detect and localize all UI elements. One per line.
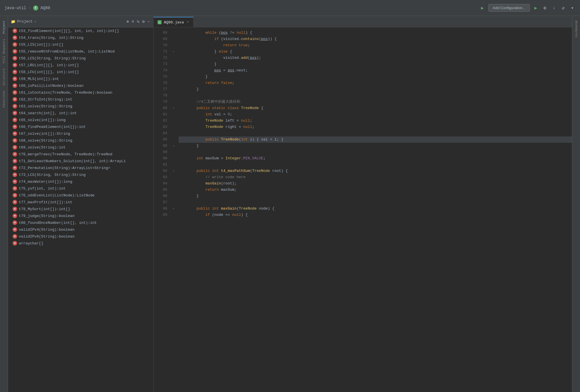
tree-item[interactable]: mt53_findElement(int[][], int, int, int)… <box>8 27 153 34</box>
line-number[interactable]: 96 <box>154 193 171 199</box>
gear-icon[interactable]: ⚙ <box>142 19 145 25</box>
line-number[interactable]: 73 <box>154 61 171 67</box>
tree-item[interactable]: mt55_LIS(int[]):int[] <box>8 41 153 48</box>
sidebar-item-structure[interactable]: Structure <box>1 66 7 88</box>
tree-item[interactable]: mt58_LFU(int[][], int):int[] <box>8 69 153 75</box>
tree-item[interactable]: mt61_isContains(TreeNode, TreeNode):bool… <box>8 89 153 96</box>
tree-item[interactable]: mt70_mergeTrees(TreeNode, TreeNode):Tree… <box>8 151 153 158</box>
debug-button[interactable]: ⚙ <box>542 5 548 11</box>
tree-item-label: t54_trans(String, int):String <box>19 36 83 40</box>
line-number[interactable]: 85 <box>154 136 171 143</box>
line-number[interactable]: 78 <box>154 93 171 99</box>
breadcrumb-file[interactable]: AQ80 <box>41 6 50 10</box>
tree-item[interactable]: mt78_MySort(int[]):int[] <box>8 206 153 212</box>
line-number[interactable]: 70 <box>154 42 171 49</box>
tree-item[interactable]: mt56_LCS(String, String):String <box>8 55 153 62</box>
tree-item[interactable]: mt63_solve(String):String <box>8 103 153 110</box>
tree-item[interactable]: mt74_maxWater(int[]):long <box>8 178 153 185</box>
line-number[interactable]: 68 <box>154 30 171 36</box>
line-number[interactable]: 76 <box>154 80 171 86</box>
right-sidebar-label[interactable]: Bookmarks <box>573 18 579 40</box>
code-line: pos = pos.next; <box>179 67 572 74</box>
gutter-marker <box>171 74 176 80</box>
tree-item[interactable]: marraychar[] <box>8 240 153 247</box>
tree-item-label: t68_solve(String):String <box>19 138 72 143</box>
tree-item[interactable]: mt59_MLS(int[]):int <box>8 75 153 82</box>
rerun-button[interactable]: ↺ <box>560 5 566 11</box>
line-number[interactable]: 95 <box>154 187 171 193</box>
line-number[interactable]: 84 <box>154 130 171 136</box>
code-lines[interactable]: while (pos != null) { if (visited.contai… <box>176 27 572 392</box>
tree-item-label: t69_solve(String):int <box>19 145 66 150</box>
line-number[interactable]: 77 <box>154 86 171 93</box>
minimize-icon[interactable]: − <box>147 19 150 25</box>
tree-item[interactable]: mvalidIPv4(String):boolean <box>8 226 153 233</box>
gutter-marker <box>171 111 176 118</box>
code-line: //4二叉树中的最大路径和 <box>179 99 572 105</box>
line-number[interactable]: 80 <box>154 105 171 111</box>
line-number[interactable]: 72 <box>154 55 171 61</box>
line-number[interactable]: 83 <box>154 124 171 130</box>
line-number[interactable]: 94 <box>154 180 171 187</box>
tree-item[interactable]: mt60_isPail(ListNodex):boolean <box>8 82 153 89</box>
line-number[interactable]: 71 <box>154 49 171 55</box>
line-number[interactable]: 89 <box>154 149 171 155</box>
line-number[interactable]: 93 <box>154 174 171 180</box>
tree-item[interactable]: mt69_solve(String):int <box>8 144 153 151</box>
tree-item[interactable]: mt71_GetLeastNumbers_Solution(int[], int… <box>8 158 153 164</box>
panel-actions: ⊕ ≡ ≒ ⚙ − <box>126 19 150 25</box>
tree-item[interactable]: mt68_solve(String):String <box>8 137 153 144</box>
line-number[interactable]: 75 <box>154 74 171 80</box>
tree-item[interactable]: mt65_solve(int[]):long <box>8 116 153 123</box>
sidebar-item-project[interactable]: Project <box>1 18 7 36</box>
tree-item[interactable]: mt77_maxProfit(int[]):int <box>8 199 153 206</box>
tree-item[interactable]: mt76_oddEvenList(ListNode):ListNode <box>8 192 153 199</box>
method-icon: m <box>13 118 17 122</box>
tree-item[interactable]: mt75_ysf(int, int):int <box>8 185 153 192</box>
settings-icon[interactable]: ≒ <box>136 19 140 25</box>
line-number[interactable]: 79 <box>154 99 171 105</box>
line-number[interactable]: 99 <box>154 212 171 218</box>
line-number[interactable]: 81 <box>154 111 171 118</box>
tree-item[interactable]: mt73_LCS(String, String):String <box>8 171 153 178</box>
tree-item[interactable]: mt54_trans(String, int):String <box>8 34 153 41</box>
tree-item-label: t70_mergeTrees(TreeNode, TreeNode):TreeN… <box>19 152 112 156</box>
tree-item-label: t62_StrToInt(String):int <box>19 97 72 102</box>
tree-item[interactable]: mt67_solve(int[]):String <box>8 130 153 137</box>
tree-item[interactable]: mt66_findPeakElement(int[]):int <box>8 123 153 130</box>
add-item-icon[interactable]: ⊕ <box>126 19 129 25</box>
tree-item-label: t63_solve(String):String <box>19 104 72 108</box>
line-number[interactable]: 97 <box>154 199 171 206</box>
line-number[interactable]: 90 <box>154 155 171 162</box>
sidebar-item-pull-requests[interactable]: Pull Requests <box>1 37 7 66</box>
coverage-button[interactable]: ↓ <box>551 5 557 11</box>
code-line: return maxSum; <box>179 187 572 193</box>
run-button[interactable]: ▶ <box>533 5 539 11</box>
tree-item[interactable]: mt55_removeNthFromEnd(ListNode, int):Lis… <box>8 48 153 55</box>
tree-item-label: t65_solve(int[]):long <box>19 118 66 122</box>
tree-item[interactable]: mt57_LRU(int[][], int):int[] <box>8 62 153 69</box>
add-config-button[interactable]: Add Configuration... <box>488 4 530 12</box>
tree-item[interactable]: mt64_search(int[], int):int <box>8 110 153 116</box>
collapse-icon[interactable]: ≡ <box>131 19 134 25</box>
panel-dropdown-icon[interactable]: ▾ <box>35 20 36 23</box>
tree-item[interactable]: mt80_foundOnceNumber(int[], int):int <box>8 219 153 226</box>
line-number[interactable]: 92 <box>154 168 171 174</box>
tab-close-button[interactable]: × <box>186 20 189 24</box>
line-number[interactable]: 88 <box>154 143 171 149</box>
tab-aq80[interactable]: C AQ80.java × <box>154 17 194 27</box>
line-number[interactable]: 69 <box>154 36 171 42</box>
line-number[interactable]: 91 <box>154 162 171 168</box>
code-line: int maxSum = Integer.MIN_VALUE; <box>179 155 572 162</box>
tree-item[interactable]: mvalidIPv6(String):boolean <box>8 233 153 240</box>
sidebar-item-favorites[interactable]: Favorites <box>1 88 7 110</box>
line-number[interactable]: 82 <box>154 118 171 124</box>
tree-item[interactable]: mt79_judge(String):boolean <box>8 212 153 219</box>
method-icon: m <box>13 186 17 191</box>
tree-item[interactable]: mt62_StrToInt(String):int <box>8 96 153 103</box>
more-button[interactable]: ▾ <box>569 5 575 11</box>
breadcrumb-project[interactable]: java-util <box>5 6 26 10</box>
tree-item[interactable]: mt72_Permutation(String):ArrayList<Strin… <box>8 164 153 171</box>
line-number[interactable]: 74 <box>154 67 171 74</box>
line-number[interactable]: 98 <box>154 206 171 212</box>
